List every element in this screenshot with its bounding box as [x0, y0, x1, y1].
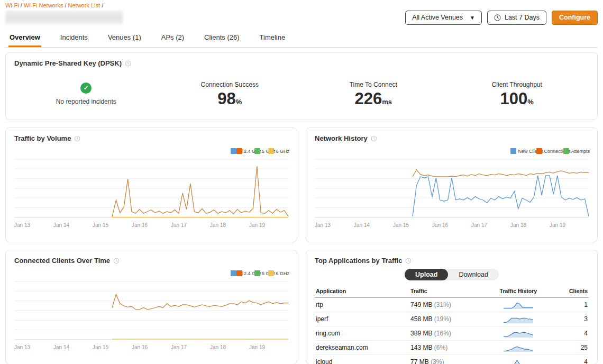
legend-swatch — [231, 270, 236, 276]
breadcrumb-separator: / — [100, 2, 103, 8]
traffic-history-sparkline — [503, 327, 534, 339]
clients-panel-title: Connected Clients Over Time — [14, 257, 110, 265]
tab-venues-1[interactable]: Venues (1) — [107, 30, 142, 47]
legend-swatch — [236, 148, 242, 154]
legend-item[interactable]: 6 GHz — [268, 148, 289, 154]
traffic-history-sparkline — [503, 299, 534, 311]
toggle-download[interactable]: Download — [448, 269, 499, 280]
breadcrumb: Wi-Fi / Wi-Fi Networks / Network List / — [5, 0, 598, 8]
tab-timeline[interactable]: Timeline — [259, 30, 287, 47]
incident-status: ✓ No reported incidents — [14, 75, 158, 113]
venue-filter-select[interactable]: All Active Venues ▼ — [405, 11, 482, 25]
x-axis-label: Jan 17 — [471, 222, 487, 228]
clients-x-axis: Jan 13Jan 14Jan 15Jan 16Jan 17Jan 18Jan … — [14, 344, 288, 352]
metric-label: Time To Connect — [350, 81, 397, 88]
table-row: icloud77 MB (3%)4 — [315, 355, 589, 364]
metric-number: 100 — [500, 89, 528, 108]
table-row: derekseaman.com143 MB (6%)25 — [315, 341, 589, 355]
check-icon: ✓ — [80, 83, 92, 94]
column-header: Traffic — [409, 286, 484, 298]
application-cell: ring.com — [315, 326, 409, 341]
dpsk-metrics: ✓ No reported incidents Connection Succe… — [14, 75, 589, 113]
x-axis-label: Jan 16 — [432, 222, 448, 228]
traffic-cell: 749 MB (31%) — [409, 298, 484, 312]
traffic-by-volume-chart — [14, 158, 288, 221]
traffic-share: (31%) — [434, 301, 451, 308]
history-icon — [125, 60, 131, 67]
x-axis-label: Jan 16 — [132, 344, 148, 350]
connected-clients-panel: Connected Clients Over Time All2.4 GHz5 … — [5, 250, 297, 364]
tab-aps-2[interactable]: APs (2) — [160, 30, 185, 47]
dpsk-panel: Dynamic Pre-Shared Key (DPSK) ✓ No repor… — [5, 52, 598, 120]
legend-item[interactable]: 6 GHz — [268, 270, 289, 276]
traffic-history-cell — [484, 341, 553, 355]
legend-item[interactable]: Attempts — [563, 148, 590, 154]
top-applications-panel: Top Applications by Traffic UploadDownlo… — [306, 250, 598, 364]
breadcrumb-link[interactable]: Wi-Fi — [5, 2, 19, 8]
traffic-by-volume-panel: Traffic by Volume All2.4 GHz5 GHz6 GHz J… — [5, 128, 297, 242]
clients-cell: 4 — [553, 355, 589, 364]
table-row: iperf458 MB (19%)3 — [315, 312, 589, 326]
tab-incidents[interactable]: Incidents — [59, 30, 89, 47]
network-x-axis: Jan 13Jan 14Jan 15Jan 16Jan 17Jan 18Jan … — [315, 222, 589, 230]
toggle-upload[interactable]: Upload — [405, 269, 448, 280]
metric-unit: ms — [382, 98, 392, 106]
tab-clients-26[interactable]: Clients (26) — [203, 30, 240, 47]
clients-cell: 1 — [553, 298, 589, 312]
traffic-cell: 77 MB (3%) — [409, 355, 484, 364]
metric-unit: % — [236, 98, 242, 106]
incident-status-text: No reported incidents — [56, 98, 116, 105]
upload-download-toggle: UploadDownload — [405, 269, 499, 280]
x-axis-label: Jan 17 — [171, 344, 187, 350]
traffic-cell: 389 MB (16%) — [409, 326, 484, 341]
legend-swatch — [268, 270, 274, 276]
table-row: ring.com389 MB (16%)4 — [315, 326, 589, 341]
venue-filter-label: All Active Venues — [412, 14, 463, 21]
legend-swatch — [563, 148, 569, 154]
breadcrumb-link[interactable]: Network List — [68, 2, 100, 8]
x-axis-label: Jan 15 — [93, 344, 108, 350]
apps-panel-title: Top Applications by Traffic — [315, 257, 402, 265]
breadcrumb-separator: / — [19, 2, 24, 8]
traffic-panel-title: Traffic by Volume — [14, 134, 71, 142]
history-icon — [113, 258, 120, 264]
x-axis-label: Jan 18 — [210, 222, 226, 228]
table-header: ApplicationTrafficTraffic HistoryClients — [315, 286, 589, 298]
breadcrumb-link[interactable]: Wi-Fi Networks — [24, 2, 63, 8]
metric-label: Connection Success — [201, 81, 259, 88]
x-axis-label: Jan 13 — [14, 222, 30, 228]
dpsk-panel-title: Dynamic Pre-Shared Key (DPSK) — [14, 59, 122, 67]
network-panel-title: Network History — [315, 134, 368, 142]
date-range-button[interactable]: Last 7 Days — [487, 11, 546, 25]
legend-label: 6 GHz — [276, 149, 289, 154]
legend-swatch — [231, 148, 236, 154]
traffic-history-sparkline — [503, 313, 534, 325]
x-axis-label: Jan 17 — [171, 222, 187, 228]
metric-label: Client Throughput — [492, 81, 542, 88]
dpsk-metric: Connection Success98% — [158, 75, 302, 113]
header-controls: All Active Venues ▼ Last 7 Days Configur… — [405, 11, 598, 25]
tab-overview[interactable]: Overview — [8, 30, 41, 47]
metric-unit: % — [527, 98, 534, 106]
traffic-history-cell — [484, 298, 553, 312]
traffic-history-sparkline — [503, 342, 534, 353]
traffic-cell: 143 MB (6%) — [409, 341, 484, 355]
network-history-panel: Network History New ClientsConnectionsAt… — [306, 128, 598, 242]
metric-number: 226 — [354, 89, 382, 108]
x-axis-label: Jan 19 — [550, 222, 565, 228]
history-icon — [371, 135, 377, 142]
metric-value: 226ms — [354, 90, 392, 107]
table-row: rtp749 MB (31%)1 — [315, 298, 589, 312]
configure-button[interactable]: Configure — [552, 11, 598, 25]
traffic-value: 77 MB — [410, 358, 431, 364]
application-cell: rtp — [315, 298, 409, 312]
table-header-row: ApplicationTrafficTraffic HistoryClients — [315, 286, 589, 298]
traffic-share: (16%) — [434, 330, 451, 337]
metric-number: 98 — [217, 89, 235, 108]
apps-panel-title-row: Top Applications by Traffic — [315, 257, 589, 265]
network-panel-title-row: Network History — [315, 134, 589, 142]
traffic-share: (3%) — [431, 358, 444, 364]
traffic-cell: 458 MB (19%) — [409, 312, 484, 326]
metric-value: 98% — [217, 90, 242, 107]
x-axis-label: Jan 19 — [249, 344, 265, 350]
